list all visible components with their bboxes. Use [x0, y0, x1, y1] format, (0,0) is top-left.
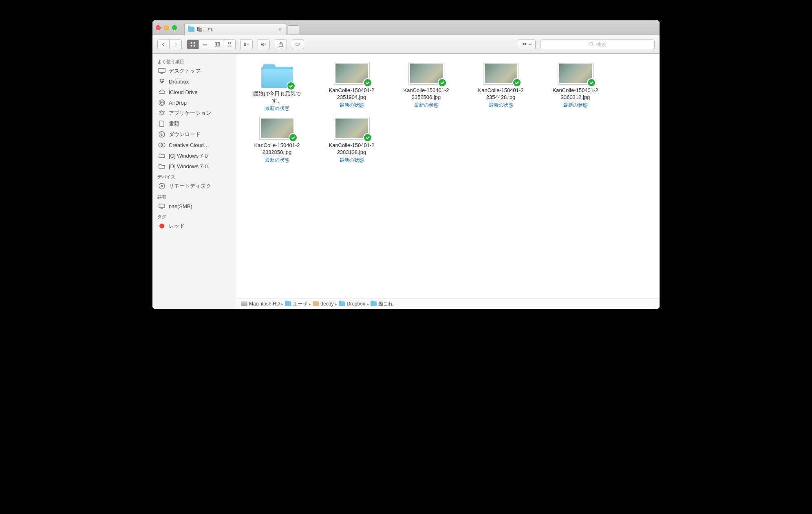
new-tab-button[interactable]: [288, 25, 299, 34]
sidebar-section-header: よく使う項目: [152, 56, 237, 66]
minimize-window-button[interactable]: [164, 25, 169, 30]
sidebar-item[interactable]: Dropbox: [152, 76, 237, 87]
action-group: [258, 40, 270, 49]
sidebar-item-label: Dropbox: [169, 79, 189, 85]
path-segment[interactable]: Dropbox: [339, 301, 365, 307]
svg-rect-12: [244, 45, 245, 46]
active-tab[interactable]: 艦これ ×: [184, 24, 286, 35]
path-label: 艦これ: [378, 301, 393, 308]
image-thumbnail: [408, 62, 444, 85]
file-name: KanColle-150401-22383138.jpg: [329, 142, 374, 156]
share-button[interactable]: [275, 40, 287, 49]
sidebar-item[interactable]: ダウンロード: [152, 129, 237, 140]
sidebar-section-header: 共有: [152, 191, 237, 201]
sidebar-item[interactable]: レッド: [152, 221, 237, 231]
image-thumbnail: [334, 62, 370, 85]
icon-view-button[interactable]: [187, 40, 199, 49]
sidebar-item-label: デスクトップ: [169, 67, 201, 75]
svg-rect-10: [244, 44, 245, 44]
synced-badge-icon: [512, 78, 521, 87]
path-icon: [313, 301, 319, 306]
synced-badge-icon: [438, 78, 447, 87]
synced-badge-icon: [289, 133, 298, 142]
sidebar-item[interactable]: iCloud Drive: [152, 87, 237, 97]
search-icon: [589, 42, 594, 47]
folder-icon: [158, 163, 165, 170]
image-thumbnail: [259, 117, 295, 140]
synced-badge-icon: [287, 81, 296, 90]
path-bar: Macintosh HD▸ユーザ▸decoy▸Dropbox▸艦これ: [237, 299, 660, 309]
window-body: よく使う項目デスクトップDropboxiCloud DriveAirDropアプ…: [152, 54, 660, 309]
path-icon: [285, 301, 291, 306]
svg-rect-11: [245, 44, 246, 44]
dropbox-button[interactable]: [518, 40, 536, 49]
action-button[interactable]: [258, 40, 270, 49]
folder-icon: [188, 27, 194, 32]
sidebar-item[interactable]: リモートディスク: [152, 181, 237, 191]
arrange-button[interactable]: [241, 40, 253, 49]
path-label: ユーザ: [293, 301, 307, 308]
net-icon: [158, 202, 165, 210]
close-tab-button[interactable]: ×: [278, 26, 282, 32]
svg-rect-4: [215, 42, 216, 46]
folder-icon: [158, 152, 165, 159]
tab-bar: 艦これ ×: [152, 20, 660, 35]
sidebar: よく使う項目デスクトップDropboxiCloud DriveAirDropアプ…: [152, 54, 237, 309]
chevron-right-icon: ▸: [335, 302, 337, 306]
svg-point-15: [262, 44, 263, 44]
file-item[interactable]: KanColle-150401-22352506.jpg最新の状態: [389, 59, 463, 114]
forward-button[interactable]: [170, 40, 182, 49]
zoom-window-button[interactable]: [172, 25, 177, 30]
path-segment[interactable]: 艦これ: [371, 301, 393, 308]
sidebar-item-label: Creative Cloud…: [169, 142, 209, 148]
sidebar-item-label: アプリケーション: [169, 110, 211, 117]
image-thumbnail: [334, 117, 370, 140]
back-button[interactable]: [157, 40, 170, 49]
path-segment[interactable]: decoy: [313, 301, 333, 307]
list-view-button[interactable]: [199, 40, 211, 49]
view-buttons: [187, 40, 236, 49]
sidebar-item[interactable]: AirDrop: [152, 97, 237, 108]
airdrop-icon: [158, 99, 165, 106]
toolbar: 検索: [152, 35, 660, 54]
file-status: 最新の状態: [489, 102, 513, 109]
cc-icon: [158, 141, 165, 149]
close-window-button[interactable]: [156, 25, 161, 30]
sidebar-item[interactable]: 書類: [152, 119, 237, 129]
sidebar-item[interactable]: nas(SMB): [152, 201, 237, 211]
column-view-button[interactable]: [211, 40, 223, 49]
file-item[interactable]: KanColle-150401-22351904.jpg最新の状態: [314, 59, 389, 114]
file-item[interactable]: KanColle-150401-22354428.jpg最新の状態: [463, 59, 538, 114]
image-thumbnail: [483, 62, 519, 85]
svg-point-18: [589, 42, 592, 45]
dropbox-icon: [158, 78, 165, 85]
file-item[interactable]: KanColle-150401-22383138.jpg最新の状態: [314, 114, 389, 166]
search-input[interactable]: 検索: [541, 40, 655, 49]
file-item[interactable]: KanColle-150401-22382850.jpg最新の状態: [240, 114, 314, 166]
finder-window: 艦これ × 検索 よく使う項目デスクトップ: [152, 20, 660, 309]
file-item[interactable]: KanColle-150401-22360312.jpg最新の状態: [538, 59, 613, 114]
coverflow-view-button[interactable]: [223, 40, 236, 49]
folder-icon: [261, 62, 293, 88]
sidebar-item[interactable]: Creative Cloud…: [152, 140, 237, 150]
cloud-icon: [158, 88, 165, 96]
sidebar-item[interactable]: デスクトップ: [152, 66, 237, 76]
chevron-right-icon: ▸: [281, 302, 283, 306]
file-item[interactable]: 艦娘は今日も元気です。最新の状態: [240, 59, 314, 114]
synced-badge-icon: [363, 133, 372, 142]
svg-rect-13: [245, 45, 246, 46]
path-segment[interactable]: Macintosh HD: [241, 301, 280, 307]
svg-rect-0: [191, 42, 192, 44]
svg-rect-1: [194, 42, 195, 44]
sidebar-item-label: レッド: [169, 222, 185, 230]
sidebar-item[interactable]: [C] Windows 7-0: [152, 150, 237, 161]
tags-button[interactable]: [292, 40, 304, 49]
path-segment[interactable]: ユーザ: [285, 301, 307, 308]
file-grid[interactable]: 艦娘は今日も元気です。最新の状態KanColle-150401-22351904…: [237, 54, 660, 299]
sidebar-item[interactable]: アプリケーション: [152, 108, 237, 119]
path-label: Macintosh HD: [249, 301, 280, 307]
path-icon: [241, 301, 247, 306]
file-name: KanColle-150401-22354428.jpg: [478, 87, 523, 101]
sidebar-item[interactable]: [D] Windows 7-0: [152, 161, 237, 171]
sidebar-item-label: AirDrop: [169, 100, 187, 106]
